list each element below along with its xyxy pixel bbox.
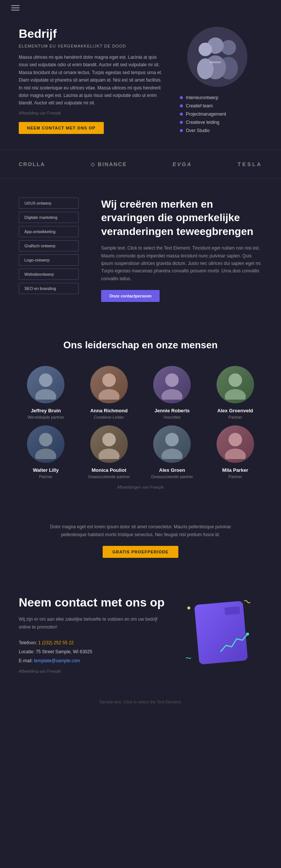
dot-icon bbox=[180, 129, 183, 132]
member-role-0: Wereldwijde partner bbox=[19, 415, 73, 419]
member-role-3: Partner bbox=[208, 415, 263, 419]
hero-section: Bedrijf ELEMENTUM EU VERGEMAKKELIJKT DE … bbox=[0, 16, 281, 150]
contact-illustration: 〜 〜 bbox=[180, 595, 262, 670]
team-grid-row1: Jeffrey Bruin Wereldwijde partner Anna R… bbox=[19, 366, 262, 419]
member-name-0: Jeffrey Bruin bbox=[19, 408, 73, 413]
service-tag-0[interactable]: UI/UX-ontwerp bbox=[19, 198, 79, 209]
brand-crolla: CROLLA bbox=[19, 161, 45, 167]
member-name-6: Alex Groen bbox=[145, 467, 199, 473]
services-cta-button[interactable]: Onze contactpersoon bbox=[101, 290, 160, 302]
deco-dot-2 bbox=[187, 606, 190, 609]
dot-icon bbox=[180, 96, 183, 99]
services-tags: UI/UX-ontwerp Digitale marketing App-ont… bbox=[19, 198, 86, 302]
hamburger-menu[interactable] bbox=[11, 5, 19, 10]
svg-point-17 bbox=[35, 449, 56, 459]
team-grid-row2: Walter Lilly Partner Monica Pouliot Geas… bbox=[19, 425, 262, 479]
team-member-7: Mila Parker Partner bbox=[208, 425, 263, 479]
team-member-0: Jeffrey Bruin Wereldwijde partner bbox=[19, 366, 73, 419]
hero-left: Bedrijf ELEMENTUM EU VERGEMAKKELIJKT DE … bbox=[19, 27, 165, 134]
svg-point-15 bbox=[225, 389, 246, 400]
svg-point-5 bbox=[199, 43, 212, 56]
member-role-6: Geassocieerde partner bbox=[145, 474, 199, 479]
team-member-1: Anna Richmond Creatieve Leider bbox=[82, 366, 136, 419]
contact-email-row: E-mail: template@sample.com bbox=[19, 656, 165, 665]
email-value[interactable]: template@sample.com bbox=[34, 658, 80, 663]
service-tag-1[interactable]: Digitale marketing bbox=[19, 212, 79, 223]
service-tag-2[interactable]: App-ontwikkeling bbox=[19, 226, 79, 237]
contact-location-row: Locatie: 75 Street Sample, WI 63025 bbox=[19, 647, 165, 656]
location-label: Locatie: bbox=[19, 649, 34, 654]
member-avatar-6 bbox=[153, 425, 191, 463]
member-name-7: Mila Parker bbox=[208, 467, 263, 473]
brand-binance: ◇ BINANCE bbox=[91, 161, 127, 167]
member-role-5: Geassocieerde partner bbox=[82, 474, 136, 479]
service-tag-6[interactable]: SEO en branding bbox=[19, 283, 79, 294]
team-credit: Afbeeldingen van Freepik bbox=[19, 485, 262, 489]
hero-nav-list: Interieurontwerp Creatief team Projectma… bbox=[180, 94, 262, 135]
hero-right: Interieurontwerp Creatief team Projectma… bbox=[180, 27, 262, 135]
clipboard-clip bbox=[224, 606, 240, 615]
team-heading: Ons leiderschap en onze mensen bbox=[19, 339, 262, 351]
svg-point-11 bbox=[99, 389, 120, 400]
svg-point-14 bbox=[229, 373, 242, 387]
member-role-7: Partner bbox=[208, 474, 263, 479]
services-section: UI/UX-ontwerp Digitale marketing App-ont… bbox=[0, 179, 281, 321]
member-name-3: Alex Groenveld bbox=[208, 408, 263, 413]
team-member-2: Jennie Roberts Voorzitter bbox=[145, 366, 199, 419]
dot-icon bbox=[180, 113, 183, 116]
service-tag-4[interactable]: Logo-ontwerp bbox=[19, 254, 79, 266]
team-member-5: Monica Pouliot Geassocieerde partner bbox=[82, 425, 136, 479]
contact-heading: Neem contact met ons op bbox=[19, 595, 165, 609]
svg-point-8 bbox=[39, 373, 52, 387]
member-role-2: Voorzitter bbox=[145, 415, 199, 419]
svg-point-22 bbox=[229, 433, 242, 446]
svg-point-20 bbox=[165, 433, 179, 446]
member-avatar-4 bbox=[27, 425, 64, 463]
svg-point-18 bbox=[102, 433, 116, 446]
svg-point-19 bbox=[99, 449, 120, 459]
member-avatar-5 bbox=[90, 425, 128, 463]
clipboard-graphic: 〜 〜 bbox=[184, 595, 259, 670]
hero-nav-item[interactable]: Over Studio bbox=[180, 126, 262, 135]
team-section: Ons leiderschap en onze mensen Jeffrey B… bbox=[0, 321, 281, 504]
services-heading: Wij creëren merken en ervaringen die opm… bbox=[101, 198, 262, 238]
hero-nav-item[interactable]: Creatieve leiding bbox=[180, 118, 262, 126]
deco-squiggle-2: 〜 bbox=[185, 655, 191, 663]
cta-button[interactable]: Gratis proefperiode bbox=[103, 546, 178, 558]
contact-image-credit: Afbeelding van Freepik bbox=[19, 669, 165, 673]
hero-body: Massa ultrices mi quis hendrerit dolor m… bbox=[19, 54, 165, 107]
member-name-2: Jennie Roberts bbox=[145, 408, 199, 413]
hero-nav-item[interactable]: Interieurontwerp bbox=[180, 94, 262, 102]
service-tag-5[interactable]: Websiteontwerp bbox=[19, 269, 79, 280]
services-body: Sample text. Click to select the Text El… bbox=[101, 244, 262, 282]
hero-cta-button[interactable]: NEEM CONTACT MET ONS OP bbox=[19, 122, 104, 134]
svg-point-12 bbox=[165, 373, 179, 387]
member-avatar-7 bbox=[217, 425, 254, 463]
svg-point-23 bbox=[225, 449, 246, 459]
hero-nav-item[interactable]: Creatief team bbox=[180, 102, 262, 110]
brands-section: CROLLA ◇ BINANCE EVGA TESLA bbox=[0, 150, 281, 179]
cta-section: Dolor magna eget est lorem ipsum dolor s… bbox=[0, 504, 281, 577]
team-member-6: Alex Groen Geassocieerde partner bbox=[145, 425, 199, 479]
phone-label: Telefoon: bbox=[19, 640, 37, 645]
service-tag-3[interactable]: Grafisch ontwerp bbox=[19, 240, 79, 251]
hero-title: Bedrijf bbox=[19, 27, 165, 41]
svg-point-13 bbox=[161, 389, 182, 400]
deco-squiggle-1: 〜 bbox=[242, 596, 253, 608]
nav-bar bbox=[0, 0, 281, 16]
member-avatar-2 bbox=[153, 366, 191, 403]
member-name-4: Walter Lilly bbox=[19, 467, 73, 473]
svg-point-16 bbox=[39, 433, 52, 446]
contact-left: Neem contact met ons op Wij zijn er om a… bbox=[19, 595, 165, 673]
svg-rect-7 bbox=[210, 61, 221, 63]
member-avatar-0 bbox=[27, 366, 64, 403]
location-value: 75 Street Sample, WI 63025 bbox=[36, 649, 92, 654]
member-avatar-3 bbox=[217, 366, 254, 403]
cta-body: Dolor magna eget est lorem ipsum dolor s… bbox=[37, 523, 244, 538]
phone-value: 1 (232) 252 55 22 bbox=[38, 640, 74, 645]
hero-nav-item[interactable]: Projectmanagement bbox=[180, 110, 262, 118]
member-avatar-1 bbox=[90, 366, 128, 403]
brand-tesla: TESLA bbox=[238, 161, 262, 167]
team-member-3: Alex Groenveld Partner bbox=[208, 366, 263, 419]
contact-phone-row: Telefoon: 1 (232) 252 55 22 bbox=[19, 638, 165, 647]
